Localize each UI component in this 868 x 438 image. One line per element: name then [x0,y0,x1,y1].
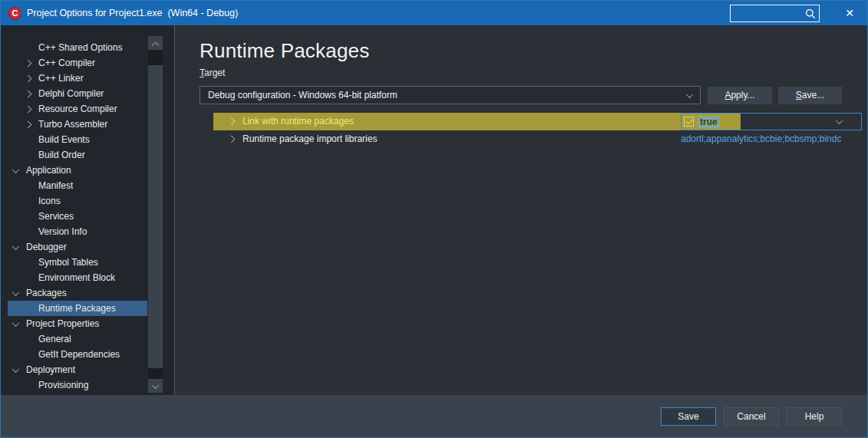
sidebar-item-debugger[interactable]: Debugger [8,239,147,255]
sidebar-item-label: Build Events [38,134,90,145]
sidebar-item-build-events[interactable]: Build Events [8,132,147,147]
sidebar-item-application[interactable]: Application [8,163,147,178]
option-row-runtime-package-import-libraries[interactable]: Runtime package import libraries adortl;… [175,130,867,148]
tree-chevron-icon[interactable] [23,122,32,127]
apply-button[interactable]: Apply... [708,87,772,104]
sidebar-item-label: C++ Linker [38,73,84,84]
tree-chevron-icon[interactable] [23,76,32,81]
sidebar-item-label: Debugger [26,242,67,252]
sidebar-item-icons[interactable]: Icons [8,193,147,209]
chevron-down-icon[interactable] [686,91,694,98]
sidebar-item-label: Delphi Compiler [38,88,104,99]
sidebar-item-label: Environment Block [38,272,115,283]
sidebar-item-label: Version Info [38,226,87,237]
sidebar-item-label: Turbo Assembler [38,119,107,130]
sidebar-item-c-shared-options[interactable]: C++ Shared Options [8,40,147,55]
target-combobox-value: Debug configuration - Windows 64-bit pla… [208,90,398,100]
target-combobox[interactable]: Debug configuration - Windows 64-bit pla… [200,86,701,104]
tree-chevron-icon[interactable] [23,383,32,388]
sidebar-item-services[interactable]: Services [8,209,147,224]
sidebar-item-build-order[interactable]: Build Order [8,147,147,163]
scroll-up-icon[interactable] [148,36,163,50]
tree-chevron-icon[interactable] [23,352,32,357]
tree-chevron-icon[interactable] [23,199,32,204]
footer: Save Cancel Help [1,395,867,437]
tree-chevron-icon[interactable] [23,91,32,97]
target-label: Target [200,68,867,78]
sidebar-item-label: Project Properties [26,318,99,329]
tree-chevron-icon[interactable] [11,245,20,250]
sidebar-item-provisioning[interactable]: Provisioning [8,377,147,393]
window-title: Project Options for Project1.exe (Win64 … [27,8,238,18]
sidebar-item-delphi-compiler[interactable]: Delphi Compiler [8,86,147,101]
tree-chevron-icon[interactable] [23,183,32,189]
sidebar: C++ Shared Options C++ Compiler C++ Link… [1,25,175,395]
app-icon: C [8,7,21,20]
titlebar[interactable]: C Project Options for Project1.exe (Win6… [1,1,867,25]
sidebar-item-label: Manifest [38,180,73,191]
search-icon[interactable] [805,8,816,19]
dialog-body: C++ Shared Options C++ Compiler C++ Link… [1,25,867,395]
sidebar-item-environment-block[interactable]: Environment Block [8,270,147,285]
sidebar-item-manifest[interactable]: Manifest [8,178,147,193]
checkbox-checked-icon[interactable] [684,117,694,127]
chevron-down-icon[interactable] [836,117,843,124]
sidebar-item-general[interactable]: General [8,331,147,347]
tree-chevron-icon[interactable] [23,45,32,51]
tree-chevron-icon[interactable] [23,61,32,66]
sidebar-item-label: C++ Compiler [38,58,95,68]
sidebar-item-label: Resource Compiler [38,104,117,114]
help-button[interactable]: Help [787,407,842,426]
row-expand-icon[interactable] [228,136,236,143]
sidebar-item-label: GetIt Dependencies [38,349,120,360]
tree-chevron-icon[interactable] [23,306,32,311]
sidebar-item-label: Runtime Packages [38,303,116,314]
tree-chevron-icon[interactable] [23,260,32,265]
close-icon[interactable]: ✕ [838,2,861,25]
option-label: Runtime package import libraries [243,133,377,144]
value-combobox[interactable]: true [681,113,862,130]
sidebar-item-label: Build Order [38,150,85,160]
tree-chevron-icon[interactable] [11,291,20,296]
sidebar-item-label: Deployment [26,364,75,375]
sidebar-item-label: Packages [26,288,67,298]
tree-chevron-icon[interactable] [23,107,32,112]
option-row-link-with-runtime-packages[interactable]: Link with runtime packages true [175,113,867,130]
tree-chevron-icon[interactable] [23,229,32,235]
tree-chevron-icon[interactable] [23,137,32,143]
tree-chevron-icon[interactable] [23,337,32,342]
content-pane: Runtime Packages Target Debug configurat… [175,25,867,395]
sidebar-item-turbo-assembler[interactable]: Turbo Assembler [8,117,147,132]
tree-chevron-icon[interactable] [23,153,32,158]
tree-chevron-icon[interactable] [11,321,20,327]
sidebar-item-packages[interactable]: Packages [8,285,147,301]
sidebar-item-label: General [38,334,71,344]
import-libraries-value[interactable]: adortl;appanalytics;bcbie;bcbsmp;bindc [681,133,867,144]
scroll-down-icon[interactable] [148,379,163,393]
tree-chevron-icon[interactable] [11,168,20,173]
option-label: Link with runtime packages [243,116,354,127]
sidebar-item-label: Application [26,165,71,176]
cancel-button[interactable]: Cancel [724,407,779,426]
tree-chevron-icon[interactable] [23,275,32,281]
sidebar-item-getit-dependencies[interactable]: GetIt Dependencies [8,347,147,362]
option-value-selected[interactable]: true [698,116,720,128]
sidebar-item-runtime-packages[interactable]: Runtime Packages [8,301,147,316]
tree-chevron-icon[interactable] [11,367,20,373]
target-row: Debug configuration - Windows 64-bit pla… [200,86,867,104]
sidebar-item-symbol-tables[interactable]: Symbol Tables [8,255,147,270]
sidebar-item-resource-compiler[interactable]: Resource Compiler [8,101,147,117]
sidebar-item-deployment[interactable]: Deployment [8,362,147,377]
save-as-button[interactable]: Save... [778,87,842,104]
sidebar-item-c-linker[interactable]: C++ Linker [8,71,147,86]
sidebar-item-project-properties[interactable]: Project Properties [8,316,147,331]
sidebar-item-version-info[interactable]: Version Info [8,224,147,239]
options-grid: Link with runtime packages true Runtime … [175,113,867,148]
sidebar-item-label: C++ Shared Options [38,42,122,53]
scrollbar-thumb[interactable] [148,65,163,368]
save-button[interactable]: Save [661,407,716,426]
page-title: Runtime Packages [200,38,867,64]
sidebar-item-c-compiler[interactable]: C++ Compiler [8,55,147,71]
sidebar-scrollbar[interactable] [148,36,163,393]
tree-chevron-icon[interactable] [23,214,32,219]
